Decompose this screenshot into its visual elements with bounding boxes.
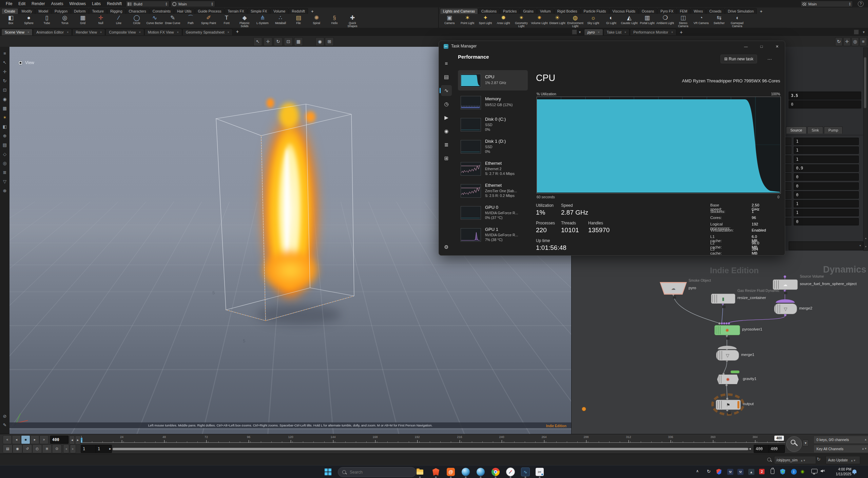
shelf-tool-stereo-camera[interactable]: ◫Stereo Camera — [674, 14, 692, 28]
param-row-field[interactable] — [794, 209, 859, 216]
info-tool-icon[interactable]: ≣ — [1, 169, 8, 176]
visibility-icon[interactable]: ◎ — [1, 160, 8, 167]
set-key-button[interactable] — [786, 436, 802, 452]
param-scrollbar[interactable] — [863, 47, 868, 251]
light-tool-icon[interactable]: ✶ — [1, 114, 8, 121]
close-tab-icon[interactable]: × — [27, 31, 29, 34]
close-tab-icon[interactable]: × — [598, 31, 599, 34]
scroll-up-icon[interactable]: ▲ — [864, 237, 867, 240]
menu-windows[interactable]: Windows — [66, 0, 89, 7]
shelf-tab-redshift[interactable]: Redshift — [289, 8, 308, 14]
menu-edit[interactable]: Edit — [15, 0, 28, 7]
view-options-button[interactable]: ⊞ — [325, 37, 334, 46]
shelf-tool-camera[interactable]: ▣Camera — [441, 14, 458, 25]
nav-processes-button[interactable]: ▤ — [441, 72, 452, 82]
sidebar-item-gpu-0-6[interactable]: GPU 0NVIDIA GeForce R...0% (37 °C) — [458, 202, 528, 223]
shelf-tool-spiral[interactable]: ✺Spiral — [308, 14, 325, 25]
render-region-icon[interactable]: ▤ — [1, 142, 8, 148]
scrollbar-thumb[interactable] — [864, 57, 866, 108]
close-button[interactable]: ✕ — [769, 41, 785, 52]
refresh-icon[interactable]: ↻ — [817, 457, 821, 462]
undo-sync-button[interactable]: ↺ — [22, 444, 32, 453]
tray-volume-muted-icon[interactable]: ◀✕ — [820, 469, 825, 473]
compass-app-icon[interactable] — [506, 467, 515, 476]
shelf-tab-drive-simulation[interactable]: Drive Simulation — [725, 8, 757, 14]
scale-handle-icon[interactable]: ⊡ — [1, 87, 8, 94]
shelf-tool-font[interactable]: TFont — [218, 14, 235, 25]
shelf-tool-portal-light[interactable]: ▥Portal Light — [638, 14, 656, 25]
shelf-tab-texture[interactable]: Texture — [89, 8, 107, 14]
measure-tool-icon[interactable]: ◇ — [1, 151, 8, 158]
shelf-tab-terrain-fx[interactable]: Terrain FX — [225, 8, 247, 14]
shelf-tab-particle-fluids[interactable]: Particle Fluids — [581, 8, 609, 14]
start-button[interactable] — [325, 469, 331, 475]
param-tab-sink[interactable]: Sink — [807, 126, 823, 134]
spinner-icon[interactable]: ▲▼ — [847, 2, 851, 6]
menu-file[interactable]: File — [3, 0, 15, 7]
shelf-tab-simple-fx[interactable]: Simple FX — [248, 8, 270, 14]
shelf-tab-polygon[interactable]: Polygon — [52, 8, 71, 14]
tray-monitor-icon[interactable] — [811, 469, 817, 473]
taskbar-search[interactable] — [338, 467, 416, 477]
shelf-tool-draw-curve[interactable]: ✎Draw Curve — [164, 14, 181, 25]
node-merge1[interactable]: ▽merge1 — [716, 350, 738, 360]
nav-settings-button[interactable]: ⚙ — [441, 242, 452, 253]
pane-tab-geometry-spreadsheet[interactable]: Geometry Spreadsheet× — [182, 29, 233, 35]
monitor-graph-app-icon[interactable]: ∿ — [521, 467, 530, 476]
shelf-tool-spot-light[interactable]: ✦Spot Light — [477, 14, 494, 25]
shelf-tab-rigging[interactable]: Rigging — [107, 8, 126, 14]
translate-handle-icon[interactable]: ✛ — [1, 68, 8, 75]
more-options-button[interactable]: … — [767, 55, 772, 61]
sidebar-item-memory-1[interactable]: Memory59/512 GB (12%) — [458, 92, 528, 113]
stop-button[interactable]: ■ — [21, 435, 30, 444]
brave-browser-icon[interactable] — [431, 467, 440, 476]
network-alert-icon[interactable] — [582, 407, 586, 411]
step-back-button[interactable]: ◂ — [12, 435, 21, 444]
sidebar-item-gpu-1-7[interactable]: GPU 1NVIDIA GeForce R...7% (38 °C) — [458, 224, 528, 245]
sidebar-item-cpu-0[interactable]: CPU1% 2.87 GHz — [458, 70, 528, 91]
shelf-tool-sphere[interactable]: ●Sphere — [20, 14, 38, 25]
node-output[interactable]: ⚑output — [716, 400, 740, 409]
update-mode-dropdown[interactable]: Auto Update▲▼ — [826, 456, 860, 464]
network-editor[interactable]: Indie Edition Dynamics — [572, 251, 868, 434]
keyframe-options-button[interactable]: ▤ — [3, 444, 13, 453]
current-frame-field[interactable] — [50, 436, 69, 444]
menu-render[interactable]: Render — [28, 0, 48, 7]
param-row-field[interactable] — [794, 182, 859, 190]
snipping-tool-icon[interactable]: ✂ — [535, 467, 544, 476]
play-button[interactable]: ▸ — [30, 435, 39, 444]
search-path-icon[interactable] — [767, 458, 771, 461]
close-tab-icon[interactable]: × — [139, 31, 140, 34]
shelf-tool-helix[interactable]: §Helix — [326, 14, 343, 25]
shelf-tab-vellum[interactable]: Vellum — [537, 8, 554, 14]
sidebar-item-disk-1-d-3[interactable]: Disk 1 (D:)SSD0% — [458, 136, 528, 157]
pane-menu-arrow-icon[interactable]: ▼ — [862, 31, 865, 34]
shelf-tab-hair-utils[interactable]: Hair Utils — [174, 8, 195, 14]
shelf-tab-model[interactable]: Model — [35, 8, 51, 14]
nav-app-history-button[interactable]: ◷ — [441, 99, 452, 109]
tray-tool-1-icon[interactable]: ⚒ — [727, 469, 733, 475]
range-end-field[interactable] — [754, 445, 770, 453]
shelf-tab-grains[interactable]: Grains — [520, 8, 537, 14]
shelf-tool-spray-paint[interactable]: ✐Spray Paint — [200, 14, 217, 25]
shelf-tool-box[interactable]: ◧Box — [2, 14, 20, 25]
param-row-field[interactable] — [794, 200, 859, 207]
shelf-tool-metaball[interactable]: ∴Metaball — [272, 14, 289, 25]
node-gravity1[interactable]: ✺gravity1 — [716, 375, 740, 384]
nav-details-button[interactable]: ≣ — [441, 139, 452, 150]
menu-redshift[interactable]: Redshift — [104, 0, 125, 7]
tray-tool-2-icon[interactable]: ⚒ — [737, 469, 744, 475]
pane-tab-performance-monitor[interactable]: Performance Monitor× — [630, 29, 676, 35]
close-tab-icon[interactable]: × — [67, 31, 69, 34]
pane-tab-motion-fx-view[interactable]: Motion FX View× — [144, 29, 182, 35]
desktop-selector[interactable]: Build ▲▼ — [126, 1, 169, 7]
range-slider[interactable] — [113, 448, 748, 450]
tray-update-2-icon[interactable]: 2 — [759, 469, 765, 474]
edit-toolbar-icon[interactable]: ✎ — [1, 422, 8, 429]
dopesheet-toggle-button[interactable]: ≣ — [42, 444, 52, 453]
param-field-b[interactable] — [789, 100, 861, 108]
node-merge2[interactable]: ▽merge2 — [774, 303, 796, 314]
close-tab-icon[interactable]: × — [177, 31, 179, 34]
realtime-toggle-button[interactable]: ◴ — [32, 444, 42, 453]
nav-users-button[interactable]: ◉ — [441, 126, 452, 137]
